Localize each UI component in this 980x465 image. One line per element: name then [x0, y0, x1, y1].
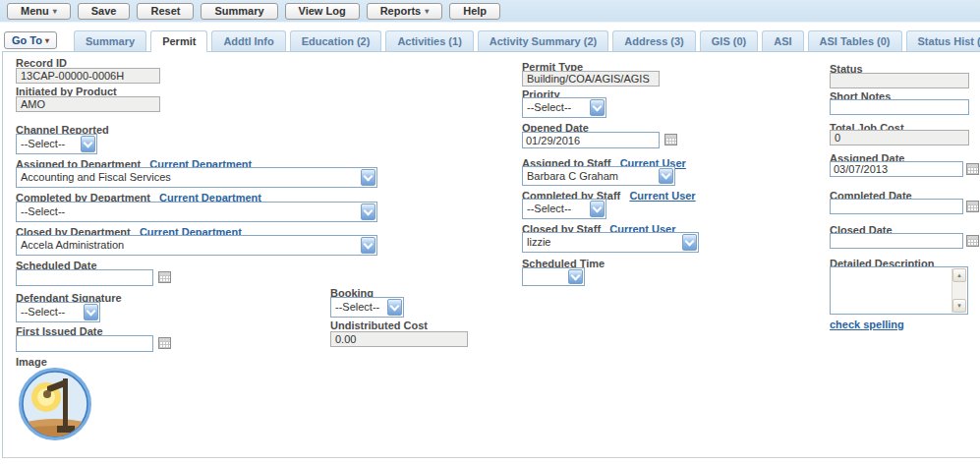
closed-by-staff-select[interactable]: lizzie — [522, 232, 699, 253]
chevron-down-icon: ▾ — [45, 36, 49, 45]
chevron-down-icon — [590, 99, 605, 116]
total-job-cost-value: 0 — [830, 130, 969, 145]
street-lamp-image-icon — [18, 367, 92, 445]
tab-status-hist[interactable]: Status Hist (4) — [906, 30, 980, 51]
tab-asi-tables[interactable]: ASI Tables (0) — [808, 30, 902, 51]
first-issued-date-input[interactable] — [16, 335, 153, 352]
calendar-icon[interactable] — [664, 134, 677, 145]
chevron-down-icon — [81, 136, 95, 152]
calendar-icon[interactable] — [966, 201, 979, 212]
goto-button[interactable]: Go To ▾ — [4, 31, 57, 49]
opened-date-input[interactable] — [522, 132, 660, 148]
help-button-label: Help — [463, 5, 487, 17]
scroll-up-button[interactable]: ▲ — [952, 268, 966, 282]
calendar-icon[interactable] — [966, 235, 979, 247]
tab-bar: Go To ▾ Summary Permit Addtl Info Educat… — [0, 29, 980, 52]
tab-activity-summary[interactable]: Activity Summary (2) — [478, 30, 608, 51]
scheduled-time-select[interactable] — [522, 267, 585, 286]
reports-button[interactable]: Reports ▾ — [367, 3, 443, 20]
tab-asi[interactable]: ASI — [762, 30, 803, 51]
record-id-value: 13CAP-00000-0006H — [16, 68, 160, 84]
summary-button-label: Summary — [214, 5, 263, 17]
scroll-down-button[interactable]: ▼ — [952, 299, 966, 313]
completed-by-staff-select[interactable]: --Select-- — [522, 199, 606, 219]
undistributed-cost-label: Undistributed Cost — [330, 320, 428, 331]
tab-summary[interactable]: Summary — [74, 30, 146, 51]
view-log-button-label: View Log — [299, 5, 346, 17]
check-spelling-link[interactable]: check spelling — [830, 319, 904, 330]
chevron-down-icon — [682, 234, 697, 251]
assigned-to-department-select[interactable]: Accounting and Fiscal Services — [16, 167, 377, 188]
save-button-label: Save — [91, 5, 117, 17]
save-button[interactable]: Save — [78, 3, 131, 20]
calendar-icon[interactable] — [158, 337, 171, 349]
initiated-by-product-value: AMO — [16, 96, 160, 112]
undistributed-cost-value: 0.00 — [330, 331, 468, 347]
chevron-down-icon: ▾ — [53, 7, 57, 16]
booking-select[interactable]: --Select-- — [330, 297, 404, 318]
assigned-to-staff-select[interactable]: Barbara C Graham — [522, 166, 675, 186]
summary-button[interactable]: Summary — [201, 3, 277, 20]
tab-education[interactable]: Education (2) — [290, 30, 382, 51]
chevron-down-icon — [84, 304, 98, 320]
goto-button-label: Go To — [12, 34, 42, 46]
priority-select[interactable]: --Select-- — [522, 97, 606, 118]
tab-gis[interactable]: GIS (0) — [700, 30, 758, 51]
reports-button-label: Reports — [380, 5, 422, 17]
tab-permit[interactable]: Permit — [150, 30, 207, 52]
tab-address[interactable]: Address (3) — [612, 30, 696, 51]
completed-date-input[interactable] — [830, 199, 963, 214]
chevron-down-icon — [568, 269, 583, 284]
completed-by-department-select[interactable]: --Select-- — [16, 202, 377, 222]
tab-addtl-info[interactable]: Addtl Info — [211, 30, 285, 51]
current-user-link[interactable]: Current User — [629, 190, 695, 202]
tab-activities[interactable]: Activities (1) — [385, 30, 473, 51]
closed-date-input[interactable] — [830, 233, 963, 249]
tab-strip: Summary Permit Addtl Info Education (2) … — [74, 30, 980, 52]
help-button[interactable]: Help — [449, 3, 500, 20]
permit-type-value: Building/COA/AGIS/AGIS — [522, 71, 660, 87]
reset-button[interactable]: Reset — [137, 3, 194, 20]
defendant-signature-select[interactable]: --Select-- — [16, 302, 100, 322]
chevron-down-icon — [361, 203, 375, 220]
chevron-down-icon — [590, 201, 605, 217]
reset-button-label: Reset — [150, 5, 180, 17]
toolbar: Menu ▾ Save Reset Summary View Log Repor… — [0, 0, 980, 23]
chevron-down-icon — [361, 237, 375, 254]
closed-by-department-select[interactable]: Accela Administration — [16, 235, 377, 256]
view-log-button[interactable]: View Log — [285, 3, 360, 20]
calendar-icon[interactable] — [158, 271, 171, 283]
chevron-down-icon — [361, 169, 375, 186]
scheduled-date-input[interactable] — [16, 269, 153, 286]
calendar-icon[interactable] — [966, 163, 979, 175]
menu-button[interactable]: Menu ▾ — [7, 3, 71, 20]
short-notes-input[interactable] — [830, 99, 969, 115]
chevron-down-icon: ▾ — [425, 7, 429, 16]
detailed-description-textarea[interactable]: ▲ ▼ — [830, 266, 968, 315]
scrollbar[interactable]: ▲ ▼ — [951, 268, 966, 313]
assigned-date-input[interactable] — [830, 161, 963, 177]
status-value — [830, 73, 969, 88]
chevron-down-icon — [387, 299, 402, 316]
channel-reported-select[interactable]: --Select-- — [16, 134, 97, 154]
menu-button-label: Menu — [21, 5, 49, 17]
chevron-down-icon — [659, 168, 673, 184]
permit-form-page: Menu ▾ Save Reset Summary View Log Repor… — [0, 0, 980, 465]
